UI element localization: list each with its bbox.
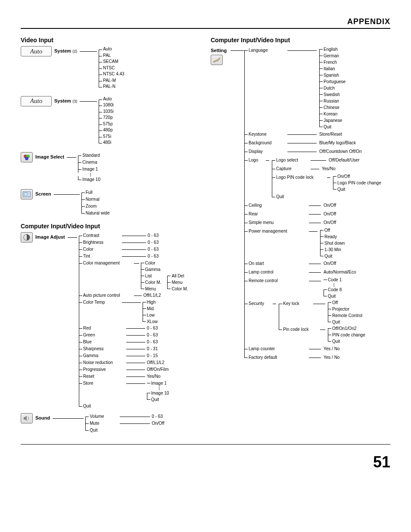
right-column: Computer Input/Video Input Setting Langu… — [211, 37, 390, 440]
image-adjust-block: Image Adjust Contrast0 - 63Brightness0 -… — [21, 232, 200, 410]
ellipsis: | — [147, 386, 169, 390]
leaf-item: Zoom — [81, 203, 110, 210]
leaf-item: Quit — [324, 293, 342, 299]
leaf-item: Off — [328, 299, 362, 306]
leaf-item: Gamma0 - 15 — [79, 352, 188, 359]
leaf-item: French — [319, 59, 346, 65]
leaf-item: Quit — [320, 253, 345, 259]
leaf-item: Quit — [328, 319, 362, 325]
screen-items: FullNormalZoomNatural wide — [80, 189, 110, 217]
svg-point-2 — [25, 157, 28, 160]
leaf-item: Brightness0 - 63 — [79, 239, 188, 246]
security-node: SecurityKey lockOffProjectorRemote Contr… — [244, 299, 390, 345]
leaf-item: Portuguese — [319, 78, 346, 85]
leaf-item: On/Off — [333, 173, 381, 180]
setting-node: DisplayOff/Countdown Off/On — [244, 147, 390, 156]
leaf-item: Quit — [147, 396, 169, 403]
leaf-item: Remote Control — [328, 312, 362, 319]
leaf-item: Logo PIN code change — [333, 180, 381, 186]
system2-block: Auto System (2) AutoPALSECAMNTSCNTSC 4.4… — [21, 46, 200, 90]
leaf-item: German — [319, 53, 346, 59]
leaf-item: Chinese — [319, 104, 346, 111]
setting-tree: LanguageEnglishGermanFrenchItalianSpanis… — [244, 46, 390, 362]
leaf-item: Korean — [319, 111, 346, 117]
image-adjust-tree: Contrast0 - 63Brightness0 - 63Color0 - 6… — [77, 232, 188, 410]
leaf-item: High — [143, 299, 158, 305]
leaf-item: PAL-N — [99, 84, 124, 90]
leaf-item: Gamma — [141, 266, 162, 273]
pin-code-lock: Pin code lockOff/On1/On2PIN code changeQ… — [279, 325, 365, 345]
leaf-item: 575i — [99, 134, 113, 140]
setting-node: Power managementOffReadyShut down1-30 Mi… — [244, 227, 390, 259]
logo-node: LogoLogo selectOff/Default/UserCaptureYe… — [244, 156, 390, 201]
setting-node: BackgroundBlue/My logo/Black — [244, 139, 390, 147]
footer-line — [21, 444, 390, 445]
computer-video-title-left: Computer Input/Video Input — [21, 223, 200, 230]
image-select-label: Image Select — [35, 152, 64, 159]
image-adjust-label: Image Adjust — [35, 232, 65, 240]
connector-line — [53, 418, 84, 419]
system2-items: AutoPALSECAMNTSCNTSC 4.43PAL-MPAL-N — [97, 46, 124, 90]
leaf-item: MuteOn/Off — [85, 420, 164, 427]
screen-block: Screen FullNormalZoomNatural wide — [21, 189, 200, 217]
auto-icon: Auto — [21, 46, 52, 56]
leaf-item: Ready — [320, 233, 345, 240]
leaf-item: Menu — [141, 286, 162, 292]
leaf-item: All Del — [167, 273, 188, 279]
leaf-item: Volume0 - 63 — [85, 413, 164, 420]
leaf-item: Quit — [319, 124, 346, 130]
store-item: StoreImage 1|Image 10Quit — [79, 380, 188, 403]
sound-block: Sound Volume0 - 63MuteOn/OffQuit — [21, 413, 200, 434]
leaf-item: Quit — [333, 186, 381, 193]
video-input-title: Video Input — [21, 37, 200, 44]
setting-node: Simple menuOn/Off — [244, 218, 390, 227]
leaf-item: Projector — [328, 306, 362, 312]
leaf-item: Low — [143, 312, 158, 318]
sound-icon — [21, 413, 33, 423]
leaf-item: English — [319, 46, 346, 53]
auto-icon: Auto — [21, 96, 52, 106]
leaf-item: Noise reductionOff/L1/L2 — [79, 359, 188, 366]
leaf-item: Dutch — [319, 85, 346, 91]
connector-line — [80, 51, 97, 52]
connector-line — [68, 237, 77, 238]
leaf-item: Contrast0 - 63 — [79, 232, 188, 239]
leaf-item: Off/On1/On2 — [328, 325, 365, 332]
leaf-item: Standard — [78, 152, 100, 159]
svg-rect-4 — [24, 193, 27, 195]
logo-quit: Quit — [272, 193, 381, 201]
leaf-item: SECAM — [99, 59, 124, 65]
screen-icon — [21, 189, 33, 199]
setting-node: Lamp counterYes / No — [244, 345, 390, 353]
page-header: APPENDIX — [21, 17, 390, 29]
leaf-item: Color M. — [141, 279, 162, 286]
logo-capture: CaptureYes/No — [272, 165, 381, 173]
setting-block: Setting LanguageEnglishGermanFrenchItali… — [211, 46, 390, 362]
leaf-item: Cinema — [78, 159, 100, 166]
setting-node: On startOn/Off — [244, 259, 390, 268]
leaf-item: ProgressiveOff/On/Film — [79, 366, 188, 373]
system3-label: System (3) — [54, 96, 77, 103]
color-management: Color managementColorGammaListColor M.Me… — [79, 260, 188, 292]
quit-item: Quit — [79, 403, 188, 410]
sound-label: Sound — [35, 413, 50, 420]
leaf-item: Off — [320, 227, 345, 233]
leaf-item: XLow — [143, 318, 158, 325]
setting-node: Remote controlCode 1|Code 8Quit — [244, 277, 390, 299]
image-select-block: Image Select StandardCinemaImage 1|Image… — [21, 152, 200, 183]
connector-line — [67, 157, 76, 158]
leaf-item: Sharpness0 - 31 — [79, 345, 188, 352]
connector-line — [54, 194, 80, 195]
leaf-item: NTSC — [99, 65, 124, 72]
leaf-item: Auto picture controlOff/L1/L2 — [79, 292, 188, 299]
leaf-item: Color0 - 63 — [79, 246, 188, 253]
image-select-items: StandardCinemaImage 1|Image 10 — [76, 152, 100, 183]
leaf-item: Auto — [99, 96, 113, 103]
setting-icon — [211, 55, 223, 65]
leaf-item: Image 1 — [78, 166, 100, 173]
system3-items: Auto1080i1035i720p575p480p575i480i — [97, 96, 113, 146]
leaf-item: 1080i — [99, 102, 113, 109]
leaf-item: Menu — [167, 279, 188, 286]
leaf-item: Green0 - 63 — [79, 332, 188, 339]
leaf-item: PIN code change — [328, 332, 365, 338]
